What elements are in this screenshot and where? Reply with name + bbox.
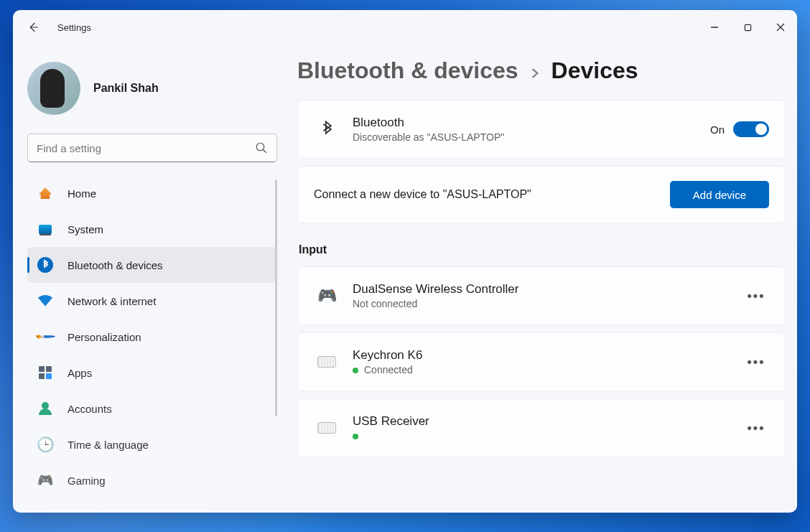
device-status (353, 430, 743, 442)
sidebar-item-label: Gaming (68, 475, 106, 487)
device-status: Not connected (353, 298, 743, 309)
back-button[interactable] (19, 16, 47, 39)
account-icon (37, 402, 53, 415)
sidebar-item-label: Accounts (68, 403, 112, 415)
device-status: Connected (353, 364, 743, 375)
arrow-left-icon (27, 21, 39, 34)
bluetooth-icon (37, 257, 53, 273)
bluetooth-toggle[interactable] (733, 121, 769, 137)
bluetooth-state-label: On (710, 123, 725, 136)
device-more-button[interactable]: ••• (743, 283, 769, 309)
sidebar-item-personalization[interactable]: 🖌️ Personalization (27, 319, 277, 355)
sidebar-item-label: Time & language (68, 439, 149, 451)
device-name: USB Receiver (353, 414, 743, 429)
titlebar: Settings (13, 10, 797, 45)
sidebar: Pankil Shah Home System (13, 45, 292, 513)
sidebar-item-network[interactable]: Network & internet (27, 283, 277, 319)
sidebar-item-home[interactable]: Home (27, 175, 277, 211)
sidebar-item-system[interactable]: System (27, 211, 277, 247)
profile-name: Pankil Shah (93, 82, 159, 95)
device-name: Keychron K6 (353, 348, 743, 363)
apps-icon (37, 366, 53, 379)
keyboard-icon (314, 422, 340, 434)
gaming-icon: 🎮 (37, 472, 53, 488)
brush-icon: 🖌️ (34, 325, 56, 347)
sidebar-item-apps[interactable]: Apps (27, 355, 277, 391)
connect-device-card: Connect a new device to "ASUS-LAPTOP" Ad… (297, 166, 786, 223)
sidebar-item-bluetooth-devices[interactable]: Bluetooth & devices (27, 247, 277, 283)
wifi-icon (37, 295, 53, 307)
section-input-label: Input (299, 243, 786, 256)
close-icon (776, 23, 785, 32)
window-body: Pankil Shah Home System (13, 45, 797, 513)
search-input[interactable] (27, 134, 277, 162)
sidebar-nav: Home System Bluetooth & devices Net (27, 175, 277, 498)
add-device-button[interactable]: Add device (670, 181, 769, 208)
sidebar-item-label: System (68, 223, 103, 235)
svg-point-1 (256, 143, 264, 151)
chevron-right-icon (530, 57, 540, 84)
search-field[interactable] (37, 142, 268, 154)
sidebar-item-label: Apps (68, 367, 92, 379)
device-row[interactable]: Keychron K6 Connected ••• (297, 332, 786, 391)
sidebar-item-label: Personalization (68, 331, 141, 343)
controller-icon: 🎮 (314, 286, 340, 305)
bluetooth-subtitle: Discoverable as "ASUS-LAPTOP" (353, 131, 710, 143)
minimize-icon (710, 23, 719, 32)
maximize-icon (744, 24, 752, 32)
sidebar-item-label: Home (68, 187, 96, 200)
sidebar-item-time-language[interactable]: 🕒 Time & language (27, 426, 277, 462)
bluetooth-toggle-group: On (710, 121, 769, 137)
keyboard-icon (314, 356, 340, 368)
settings-window: Settings Pankil Shah (13, 10, 797, 513)
device-row[interactable]: USB Receiver ••• (297, 398, 786, 457)
sidebar-item-label: Network & internet (68, 295, 156, 307)
close-button[interactable] (764, 16, 797, 39)
clock-globe-icon: 🕒 (37, 436, 53, 453)
avatar (27, 62, 80, 115)
breadcrumb-current: Devices (551, 57, 638, 84)
breadcrumb: Bluetooth & devices Devices (297, 57, 786, 84)
minimize-button[interactable] (698, 16, 731, 39)
search-icon (255, 141, 268, 157)
app-title: Settings (57, 22, 91, 33)
main-content: Bluetooth & devices Devices Bluetooth Di… (292, 45, 797, 513)
device-more-button[interactable]: ••• (743, 349, 769, 375)
svg-rect-0 (745, 24, 750, 30)
connect-device-text: Connect a new device to "ASUS-LAPTOP" (314, 188, 670, 201)
device-more-button[interactable]: ••• (743, 415, 769, 441)
breadcrumb-parent[interactable]: Bluetooth & devices (297, 57, 518, 84)
sidebar-item-label: Bluetooth & devices (68, 259, 163, 271)
system-icon (37, 225, 53, 234)
profile[interactable]: Pankil Shah (27, 62, 277, 115)
sidebar-item-gaming[interactable]: 🎮 Gaming (27, 462, 277, 498)
bluetooth-title: Bluetooth (353, 116, 710, 130)
sidebar-item-accounts[interactable]: Accounts (27, 391, 277, 426)
device-row[interactable]: 🎮 DualSense Wireless Controller Not conn… (297, 266, 786, 325)
bluetooth-card: Bluetooth Discoverable as "ASUS-LAPTOP" … (297, 100, 786, 159)
home-icon (37, 187, 53, 199)
window-controls (698, 16, 797, 39)
device-name: DualSense Wireless Controller (353, 282, 743, 297)
bluetooth-icon (314, 119, 340, 139)
maximize-button[interactable] (731, 16, 764, 39)
